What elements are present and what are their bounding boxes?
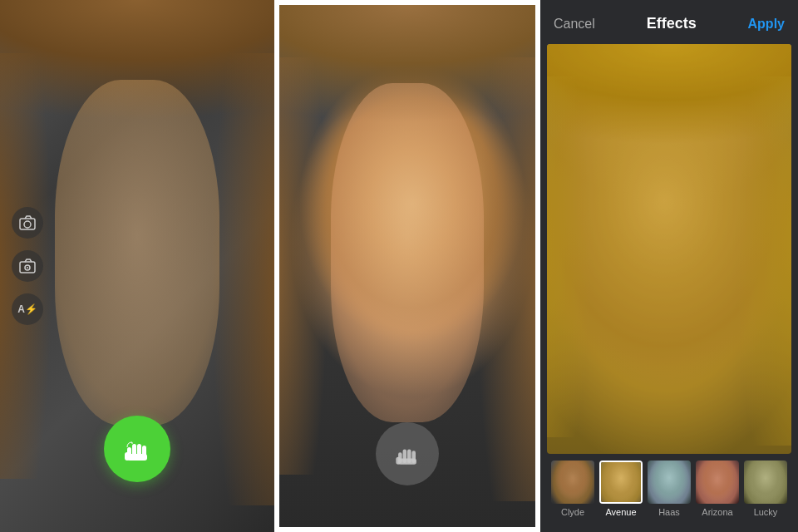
- flash-auto-icon[interactable]: A⚡: [12, 293, 43, 325]
- filter-thumb-haas[interactable]: Haas: [647, 461, 692, 517]
- camera-controls: A⚡: [12, 207, 43, 325]
- avenue-label: Avenue: [605, 507, 636, 517]
- svg-rect-16: [396, 457, 400, 465]
- grab-button-active[interactable]: [104, 416, 170, 482]
- right-effects-panel: Cancel Effects Apply Clyde: [540, 0, 798, 532]
- cancel-button[interactable]: Cancel: [554, 17, 595, 32]
- effect-preview-image: [547, 44, 791, 454]
- svg-rect-10: [125, 452, 130, 461]
- svg-rect-15: [398, 458, 416, 464]
- svg-point-1: [24, 221, 31, 228]
- effects-title: Effects: [647, 15, 697, 32]
- grab-button-inactive[interactable]: [376, 422, 439, 485]
- filter-thumb-clyde[interactable]: Clyde: [550, 461, 595, 517]
- effect-preview-area: Clyde Avenue Haas Arizona: [540, 44, 798, 532]
- haas-label: Haas: [658, 507, 680, 517]
- svg-point-4: [27, 267, 28, 268]
- apply-button[interactable]: Apply: [748, 17, 785, 32]
- avenue-thumb-image: [599, 461, 643, 504]
- haas-thumb-image: [648, 461, 691, 504]
- filter-thumb-arizona[interactable]: Arizona: [695, 461, 740, 517]
- middle-preview-panel: [274, 0, 540, 532]
- left-camera-panel: A⚡: [0, 0, 274, 532]
- lucky-label: Lucky: [754, 507, 778, 517]
- arizona-thumb-image: [696, 461, 739, 504]
- svg-rect-9: [127, 454, 147, 461]
- filter-thumb-lucky[interactable]: Lucky: [743, 461, 788, 517]
- camera-switch-icon[interactable]: [12, 207, 43, 239]
- camera-rear-icon[interactable]: [12, 250, 43, 282]
- filter-thumbnails: Clyde Avenue Haas Arizona: [547, 454, 791, 525]
- filter-thumb-avenue[interactable]: Avenue: [598, 461, 643, 517]
- clyde-thumb-image: [551, 461, 594, 504]
- effects-header: Cancel Effects Apply: [540, 0, 798, 44]
- clyde-label: Clyde: [561, 507, 584, 517]
- lucky-thumb-image: [744, 461, 787, 504]
- arizona-label: Arizona: [702, 507, 732, 517]
